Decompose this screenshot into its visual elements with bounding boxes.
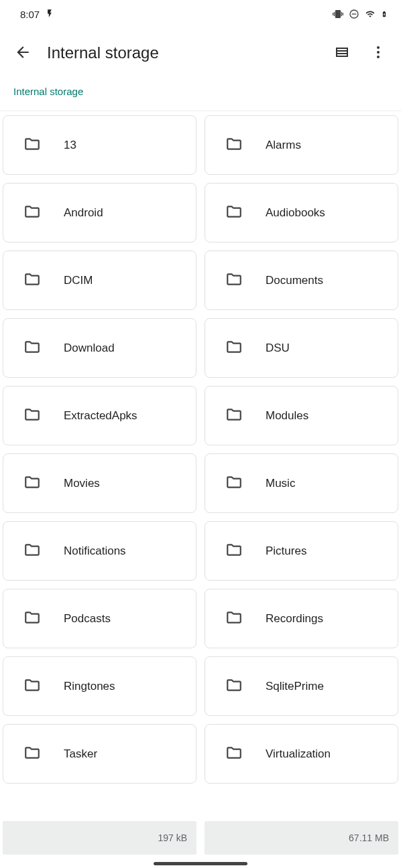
folder-icon: [23, 203, 41, 223]
folder-label: Pictures: [266, 545, 306, 558]
folder-label: Tasker: [64, 747, 97, 761]
bolt-icon: [45, 8, 54, 21]
folder-icon: [23, 406, 41, 426]
folder-item[interactable]: Audiobooks: [205, 183, 398, 242]
folder-icon: [225, 541, 243, 561]
folder-icon: [23, 676, 41, 697]
folder-item[interactable]: SqlitePrime: [205, 656, 398, 716]
folder-item[interactable]: Virtualization: [205, 724, 398, 784]
folder-label: Recordings: [266, 612, 323, 626]
more-vert-icon: [370, 44, 386, 62]
folder-item[interactable]: DCIM: [3, 250, 196, 310]
folder-item[interactable]: Alarms: [205, 115, 398, 175]
folder-icon: [225, 271, 243, 291]
folder-label: 13: [64, 139, 76, 152]
folder-item[interactable]: Pictures: [205, 521, 398, 581]
nav-handle[interactable]: [154, 862, 247, 865]
status-bar: 8:07: [0, 0, 401, 28]
folder-label: Android: [64, 206, 103, 220]
folder-item[interactable]: Tasker: [3, 724, 196, 784]
folder-item[interactable]: Download: [3, 318, 196, 378]
breadcrumb[interactable]: Internal storage: [0, 78, 401, 111]
folder-item[interactable]: Documents: [205, 250, 398, 310]
dnd-icon: [349, 9, 359, 19]
folder-icon: [23, 135, 41, 155]
app-bar: Internal storage: [0, 28, 401, 78]
folder-label: Audiobooks: [266, 206, 325, 220]
folder-label: SqlitePrime: [266, 680, 324, 693]
folder-icon: [225, 203, 243, 223]
folder-label: Podcasts: [64, 612, 111, 626]
arrow-back-icon: [14, 44, 32, 63]
folder-icon: [225, 676, 243, 697]
size-right: 67.11 MB: [205, 821, 398, 855]
folder-label: Virtualization: [266, 747, 331, 761]
folder-icon: [225, 474, 243, 494]
folder-item[interactable]: Ringtones: [3, 656, 196, 716]
folder-icon: [23, 609, 41, 629]
svg-point-2: [377, 46, 380, 49]
folder-item[interactable]: 13: [3, 115, 196, 175]
svg-point-3: [377, 51, 380, 54]
folder-label: Movies: [64, 477, 100, 490]
folder-icon: [23, 338, 41, 358]
folder-item[interactable]: Podcasts: [3, 589, 196, 648]
folder-label: Documents: [266, 274, 323, 287]
status-time: 8:07: [20, 9, 40, 20]
folder-icon: [225, 406, 243, 426]
folder-item[interactable]: Android: [3, 183, 196, 242]
folder-item[interactable]: Music: [205, 453, 398, 513]
folder-icon: [23, 541, 41, 561]
list-view-icon: [334, 44, 350, 62]
folder-label: ExtractedApks: [64, 409, 137, 423]
folder-item[interactable]: ExtractedApks: [3, 386, 196, 445]
folder-grid: 13AlarmsAndroidAudiobooksDCIMDocumentsDo…: [0, 111, 401, 784]
folder-label: Alarms: [266, 139, 301, 152]
back-button[interactable]: [7, 37, 39, 69]
folder-label: DSU: [266, 342, 290, 355]
folder-item[interactable]: Recordings: [205, 589, 398, 648]
more-options-button[interactable]: [362, 37, 394, 69]
battery-icon: [381, 8, 388, 20]
folder-label: Music: [266, 477, 295, 490]
folder-item[interactable]: Modules: [205, 386, 398, 445]
folder-icon: [225, 744, 243, 764]
folder-label: Ringtones: [64, 680, 115, 693]
folder-item[interactable]: DSU: [205, 318, 398, 378]
folder-icon: [23, 474, 41, 494]
folder-label: Notifications: [64, 545, 126, 558]
folder-item[interactable]: Movies: [3, 453, 196, 513]
svg-point-4: [377, 56, 380, 58]
wifi-icon: [364, 9, 376, 19]
folder-label: Download: [64, 342, 115, 355]
folder-icon: [225, 338, 243, 358]
page-title: Internal storage: [43, 44, 322, 62]
folder-icon: [225, 609, 243, 629]
folder-icon: [23, 744, 41, 764]
folder-icon: [225, 135, 243, 155]
size-left: 197 kB: [3, 821, 196, 855]
vibrate-icon: [332, 9, 344, 19]
folder-item[interactable]: Notifications: [3, 521, 196, 581]
folder-icon: [23, 271, 41, 291]
folder-label: DCIM: [64, 274, 93, 287]
view-toggle-button[interactable]: [326, 37, 358, 69]
folder-label: Modules: [266, 409, 308, 423]
bottom-stats: 197 kB 67.11 MB: [0, 821, 401, 855]
